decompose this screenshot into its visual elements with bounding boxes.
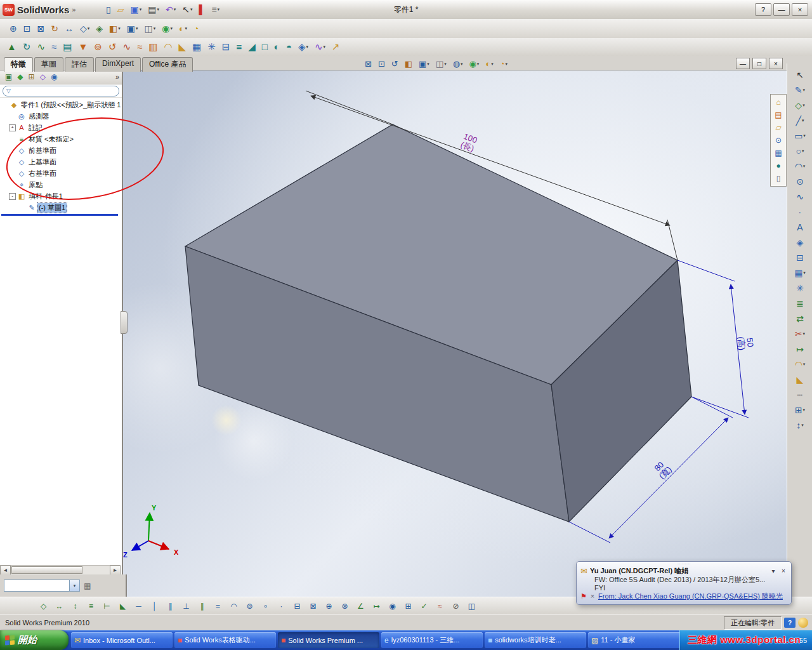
view-settings-icon[interactable]: ◔ ▾	[497, 56, 510, 72]
fully-define-sketch-icon[interactable]: ✓	[417, 599, 431, 613]
linear-sketch-pattern-icon[interactable]: ▦ ▾	[789, 265, 811, 281]
tree-item-sketch1[interactable]: ✎ (-) 草圖1	[0, 202, 122, 213]
hole-wizard-icon[interactable]: ⊚	[91, 39, 105, 55]
angle-dimension-icon[interactable]: ∠	[353, 599, 368, 613]
zoom-in-out-icon[interactable]: ⊕	[7, 21, 20, 36]
tab-evaluate[interactable]: 評估	[65, 57, 94, 72]
tab-office-products[interactable]: Office 產品	[142, 57, 193, 72]
pan-icon[interactable]: ↔	[62, 21, 76, 36]
offset-entities-icon[interactable]: ≣	[789, 296, 811, 311]
ellipse-icon[interactable]: ⊙	[789, 174, 811, 189]
section-view-icon[interactable]: ◧ ▾	[107, 21, 123, 36]
status-help-icon[interactable]: ?	[784, 618, 796, 628]
revolved-cut-icon[interactable]: ↺	[106, 39, 119, 55]
print-icon[interactable]: ▤ ▾	[145, 2, 162, 17]
alert-body-preview[interactable]: FYI	[580, 584, 787, 592]
rib-icon[interactable]: ≡	[233, 39, 244, 55]
panel-horizontal-scrollbar[interactable]: ◄ ►	[0, 565, 121, 574]
dome-icon[interactable]: ◓	[284, 39, 294, 55]
save-icon[interactable]: ▣ ▾	[128, 2, 145, 17]
delete-icon[interactable]: ×	[589, 592, 596, 600]
open-document-icon[interactable]: ▱	[115, 2, 127, 17]
design-library-icon[interactable]: ▤	[771, 109, 786, 121]
distance-dimension-icon[interactable]: ↦	[369, 599, 384, 613]
fix-relation-icon[interactable]: ⊠	[306, 599, 320, 613]
doc-restore-button[interactable]: □	[752, 58, 766, 69]
bottom-combobox[interactable]: ▾	[4, 580, 80, 592]
grid-icon[interactable]: ▦	[84, 581, 91, 590]
rollback-bar[interactable]	[1, 214, 118, 216]
previous-view-icon[interactable]: ↺	[389, 56, 401, 72]
chamfer-dimension-icon[interactable]: ◣	[115, 599, 130, 613]
intersection-icon[interactable]: ⊗	[337, 599, 352, 613]
circular-pattern-icon[interactable]: ✳	[205, 39, 218, 55]
move-entities-icon[interactable]: ↕ ▾	[789, 418, 811, 433]
appearances-icon[interactable]: ◉ ▾	[159, 21, 175, 36]
draft-icon[interactable]: ◢	[246, 39, 258, 55]
configurationmanager-tab-icon[interactable]: ⊞	[27, 70, 37, 84]
select-icon[interactable]: ↖ ▾	[180, 2, 195, 17]
addins-icon[interactable]: ▌	[197, 2, 208, 17]
tree-item-origin[interactable]: ⌖ 原點	[0, 179, 122, 190]
view-orientation-icon[interactable]: ▣ ▾	[416, 56, 432, 72]
flag-icon[interactable]: ⚑	[580, 592, 587, 600]
linear-pattern-icon[interactable]: ▦	[190, 39, 204, 55]
graphics-viewport[interactable]: 100 (長) 50 (高) 80 (寬)	[122, 70, 787, 597]
tangent-relation-icon[interactable]: ◠	[226, 599, 241, 613]
zoom-fit-icon[interactable]: ⊠	[34, 21, 47, 36]
ordinate-dimension-icon[interactable]: ⊢	[100, 599, 114, 613]
tab-sketch[interactable]: 草圖	[34, 57, 63, 72]
horizontal-dimension-icon[interactable]: ↔	[52, 599, 67, 613]
repair-sketch-icon[interactable]: ≈	[433, 599, 447, 613]
shell-icon[interactable]: □	[259, 39, 270, 55]
vertical-relation-icon[interactable]: │	[147, 599, 162, 613]
wrap-icon[interactable]: ◐	[272, 39, 282, 55]
hide-show-items-icon[interactable]: ◍ ▾	[450, 56, 466, 72]
horizontal-relation-icon[interactable]: ─	[131, 599, 146, 613]
status-toolbox-icon[interactable]	[798, 618, 808, 628]
sketch-icon[interactable]: ✎ ▾	[789, 83, 811, 98]
plane-icon[interactable]: ◈	[789, 235, 811, 250]
revolved-boss-icon[interactable]: ↻	[20, 39, 34, 55]
panel-expand-icon[interactable]: »	[115, 73, 119, 81]
collinear-relation-icon[interactable]: ∥	[163, 599, 178, 613]
alert-close-icon[interactable]: ×	[780, 567, 787, 574]
scroll-left-icon[interactable]: ◄	[0, 566, 11, 574]
select-icon[interactable]: ↖	[789, 67, 811, 83]
taskbar-item-paint[interactable]: ▨ 11 - 小畫家	[588, 632, 690, 648]
tree-item-right-plane[interactable]: ◇ 右基準面	[0, 168, 122, 179]
new-document-icon[interactable]: ▯	[103, 2, 114, 17]
mirror-entities-icon[interactable]: ⊟	[789, 250, 811, 265]
appearances-scenes-icon[interactable]: ●	[771, 159, 786, 172]
smart-dimension-icon[interactable]: ◇	[36, 599, 51, 613]
tree-expander-icon[interactable]: -	[9, 193, 16, 200]
extruded-boss-icon[interactable]: ▲	[4, 39, 19, 55]
arc-icon[interactable]: ◠ ▾	[789, 159, 811, 174]
tree-item-material[interactable]: ≡ 材質 <未指定>	[0, 133, 122, 145]
alert-subject[interactable]: FW: Office 5S Audit (Dec 2013) / 2013年12…	[580, 576, 787, 584]
add-relation-icon[interactable]: ⊞	[401, 599, 416, 613]
zoom-area-icon[interactable]: ⊡	[21, 21, 34, 36]
scroll-right-icon[interactable]: ►	[110, 566, 121, 574]
outlook-desktop-alert[interactable]: ⋯⋯⋯ ✉ Yu Juan (CN.DGCPT-Rel) 喻娟 ▾ × FW: …	[576, 561, 792, 605]
reference-geometry-icon[interactable]: ◈ ▾	[296, 39, 311, 55]
taskbar-item-sw-training[interactable]: ■ solidworks培训时老...	[485, 632, 586, 648]
merge-points-icon[interactable]: ⊕	[322, 599, 336, 613]
display-style-icon[interactable]: ◫ ▾	[142, 21, 159, 36]
boundary-boss-icon[interactable]: ▤	[60, 39, 74, 55]
convert-entities-icon[interactable]: ⇄	[789, 311, 811, 326]
zoom-fit-icon[interactable]: ⊠	[362, 56, 374, 72]
midpoint-relation-icon[interactable]: ∙	[274, 599, 289, 613]
doc-minimize-button[interactable]: —	[736, 58, 750, 69]
coincident-relation-icon[interactable]: ∘	[258, 599, 273, 613]
custom-properties-icon[interactable]: ▯	[771, 172, 786, 185]
solidworks-resources-icon[interactable]: ⌂	[771, 96, 786, 109]
zoom-area-icon[interactable]: ⊡	[376, 56, 388, 72]
combobox-dropdown-icon[interactable]: ▾	[69, 580, 79, 591]
tree-item-boss-extrude1[interactable]: - ◧ 填料-伸長1	[0, 190, 122, 202]
view-orientation-icon[interactable]: ▣ ▾	[124, 21, 141, 36]
displaymanager-tab-icon[interactable]: ◉	[49, 70, 59, 84]
scene-icon[interactable]: ◐ ▾	[176, 21, 190, 36]
minimize-button[interactable]: —	[773, 3, 790, 16]
extruded-cut-icon[interactable]: ▼	[75, 39, 90, 55]
